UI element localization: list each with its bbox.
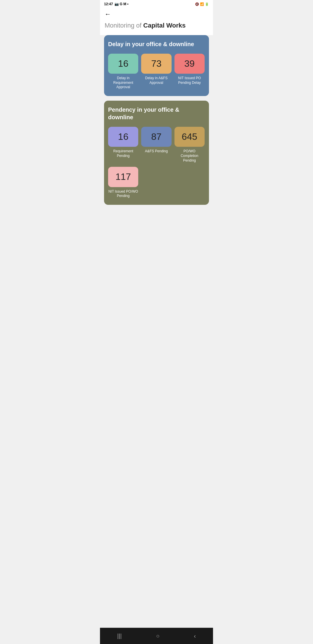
pendency-label-1: A&FS Pending [145,149,168,154]
delay-metric-1[interactable]: 73 Delay in A&FS Approval [141,54,171,90]
header: ← [100,8,213,21]
pendency-metrics-row-top: 16 Requirement Pending 87 A&FS Pending 6… [108,127,205,163]
pendency-value-2: 645 [182,131,197,142]
status-icons: 📷 G M • [114,2,129,6]
pendency-metric-1[interactable]: 87 A&FS Pending [141,127,171,163]
time: 12:47 [104,2,113,6]
signal-icons: 🔇 📶 🔋 [195,2,209,6]
pendency-metric-3[interactable]: 117 NIT Issued PO/WO Pending [108,167,138,198]
delay-card: Delay in your office & downline 16 Delay… [104,35,209,96]
pendency-value-0: 16 [118,131,128,142]
main-content: Delay in your office & downline 16 Delay… [100,35,213,628]
delay-card-title: Delay in your office & downline [108,40,205,48]
nav-back-icon[interactable]: ‹ [194,633,196,639]
delay-value-0: 16 [118,58,128,69]
delay-box-2: 39 [174,54,205,74]
nav-home-icon[interactable]: ○ [156,633,159,639]
back-button[interactable]: ← [105,11,111,17]
pendency-box-1: 87 [141,127,171,147]
nav-bar: ||| ○ ‹ [100,628,213,644]
pendency-metric-2[interactable]: 645 PO/WO Completion Pending [174,127,205,163]
status-bar-right: 🔇 📶 🔋 [195,2,209,6]
page-title-prefix: Monitoring of [105,22,143,29]
delay-label-2: NIT Issued PO Pending Delay [174,76,205,85]
delay-box-0: 16 [108,54,138,74]
delay-box-1: 73 [141,54,171,74]
delay-label-0: Delay in Requirement Approval [108,76,138,90]
nav-recent-apps-icon[interactable]: ||| [117,633,122,639]
pendency-box-2: 645 [174,127,205,147]
pendency-box-3: 117 [108,167,138,187]
pendency-metrics-row-bottom: 117 NIT Issued PO/WO Pending [108,167,205,198]
page-title: Monitoring of Capital Works [105,21,208,30]
pendency-card: Pendency in your office & downline 16 Re… [104,101,209,205]
pendency-card-title: Pendency in your office & downline [108,106,205,121]
pendency-label-2: PO/WO Completion Pending [174,149,205,163]
delay-value-1: 73 [151,58,162,69]
pendency-value-1: 87 [151,131,162,142]
delay-metric-2[interactable]: 39 NIT Issued PO Pending Delay [174,54,205,90]
pendency-label-3: NIT Issued PO/WO Pending [108,189,138,198]
pendency-value-3: 117 [115,171,131,182]
status-bar: 12:47 📷 G M • 🔇 📶 🔋 [100,0,213,8]
page-title-strong: Capital Works [143,22,185,29]
delay-metrics-row: 16 Delay in Requirement Approval 73 Dela… [108,54,205,90]
delay-label-1: Delay in A&FS Approval [141,76,171,85]
page-title-section: Monitoring of Capital Works [100,21,213,35]
pendency-box-0: 16 [108,127,138,147]
delay-value-2: 39 [184,58,195,69]
delay-metric-0[interactable]: 16 Delay in Requirement Approval [108,54,138,90]
pendency-label-0: Requirement Pending [108,149,138,158]
status-bar-left: 12:47 📷 G M • [104,2,128,6]
pendency-metric-0[interactable]: 16 Requirement Pending [108,127,138,163]
